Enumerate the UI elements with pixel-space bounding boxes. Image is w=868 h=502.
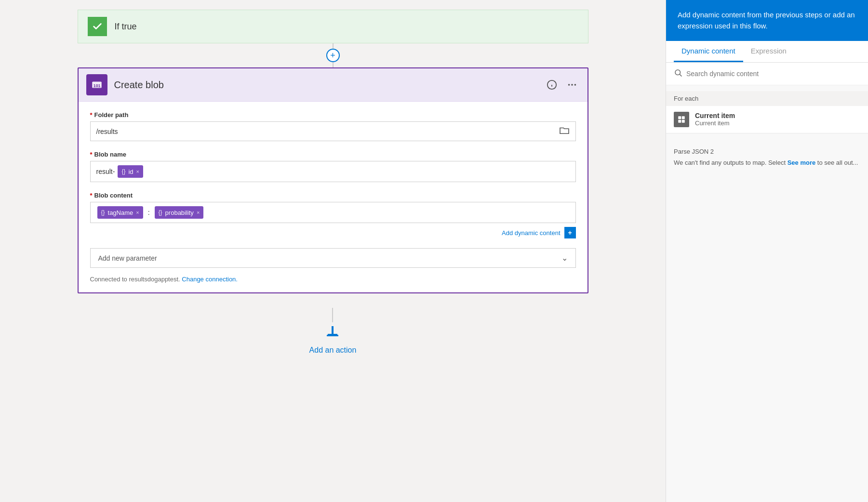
current-item-row[interactable]: Current item Current item <box>666 106 868 133</box>
current-item-subtitle: Current item <box>695 119 735 127</box>
token-close-button[interactable]: × <box>136 169 139 174</box>
parse-json-section: Parse JSON 2 We can't find any outputs t… <box>666 140 868 175</box>
card-body: * Folder path /results * Blob name <box>79 102 588 292</box>
tagname-token-icon: {} <box>101 209 105 216</box>
change-connection-link[interactable]: Change connection. <box>182 276 238 283</box>
svg-point-7 <box>574 84 576 86</box>
add-action-label: Add an action <box>309 346 357 355</box>
blob-content-input[interactable]: {} tagName × : {} probability × <box>90 202 576 223</box>
plus-connector: + <box>323 43 343 67</box>
for-each-title: For each <box>666 91 868 106</box>
right-panel: Add dynamic content from the previous st… <box>666 0 868 502</box>
more-options-button[interactable] <box>564 77 580 92</box>
create-blob-card: 101 Create blob <box>78 67 588 293</box>
blob-content-required: * <box>90 192 93 199</box>
panel-header: Add dynamic content from the previous st… <box>666 0 868 41</box>
blob-name-row: result- {} id × <box>96 165 144 178</box>
svg-text:101: 101 <box>93 83 100 88</box>
folder-path-value: /results <box>96 128 118 135</box>
connection-info: Connected to resultsdogapptest. Change c… <box>90 276 576 283</box>
folder-path-input[interactable]: /results <box>90 121 576 141</box>
probability-token-icon: {} <box>159 209 162 216</box>
panel-tabs: Dynamic content Expression <box>666 41 868 63</box>
chevron-down-icon: ⌄ <box>561 253 568 263</box>
add-action-line <box>332 308 333 322</box>
separator: : <box>148 209 150 216</box>
add-step-button[interactable]: + <box>326 49 340 62</box>
if-true-label: If true <box>115 22 137 32</box>
svg-rect-15 <box>678 120 681 123</box>
blob-content-row: {} tagName × : {} probability × <box>96 206 205 219</box>
search-icon <box>674 68 682 79</box>
connection-text: Connected to resultsdogapptest. <box>90 276 180 283</box>
folder-icon <box>559 126 570 137</box>
blob-name-group: * Blob name result- {} id × <box>90 151 576 182</box>
see-more-link[interactable]: See more <box>788 159 816 166</box>
if-true-check-icon <box>88 17 107 36</box>
panel-header-text: Add dynamic content from the previous st… <box>678 11 855 30</box>
card-title: Create blob <box>114 79 544 91</box>
add-dynamic-btn[interactable]: + <box>564 227 576 238</box>
svg-point-6 <box>571 84 573 86</box>
after-see-more-text: to see all out... <box>817 159 858 166</box>
parse-json-title: Parse JSON 2 <box>674 148 860 155</box>
add-action-button[interactable]: Add an action <box>309 322 357 355</box>
current-item-content: Current item Current item <box>695 112 735 127</box>
svg-rect-13 <box>678 116 681 119</box>
svg-rect-10 <box>328 334 337 335</box>
card-header-actions <box>544 77 580 92</box>
add-action-icon <box>324 322 341 343</box>
blob-name-label: * Blob name <box>90 151 576 158</box>
if-true-header: If true <box>78 10 588 43</box>
folder-path-label: * Folder path <box>90 111 576 119</box>
current-item-icon <box>674 112 689 127</box>
no-outputs-text: We can't find any outputs to map. Select <box>674 159 786 166</box>
blob-content-token-tagname: {} tagName × <box>97 206 143 219</box>
token-icon: {} <box>121 168 125 175</box>
blob-name-input[interactable]: result- {} id × <box>90 161 576 182</box>
svg-line-12 <box>680 74 681 76</box>
svg-rect-16 <box>682 120 685 123</box>
tab-expression[interactable]: Expression <box>743 41 794 62</box>
for-each-section: For each Current item Current item <box>666 85 868 140</box>
parse-json-text: We can't find any outputs to map. Select… <box>674 158 860 168</box>
add-action-area: Add an action <box>309 308 357 355</box>
blob-name-prefix: result- <box>96 168 115 175</box>
blob-content-label: * Blob content <box>90 192 576 199</box>
blob-name-token: {} id × <box>118 165 143 178</box>
blob-content-token-probability: {} probability × <box>155 206 204 219</box>
search-dynamic-input[interactable] <box>686 70 860 78</box>
add-dynamic-row: Add dynamic content + <box>90 227 576 238</box>
tagname-token-close[interactable]: × <box>136 210 139 215</box>
add-dynamic-content-link[interactable]: Add dynamic content <box>502 229 560 237</box>
info-button[interactable] <box>544 77 560 92</box>
svg-point-5 <box>568 84 570 86</box>
flow-area: If true + 101 Create blob <box>0 0 666 502</box>
blob-content-group: * Blob content {} tagName × : {} probabi <box>90 192 576 238</box>
tab-dynamic-content[interactable]: Dynamic content <box>674 41 743 62</box>
blob-icon-wrap: 101 <box>86 74 107 95</box>
probability-token-label: probability <box>165 209 194 216</box>
folder-path-group: * Folder path /results <box>90 111 576 141</box>
folder-path-required: * <box>90 111 93 119</box>
panel-search <box>666 63 868 85</box>
probability-token-close[interactable]: × <box>197 210 200 215</box>
svg-point-11 <box>675 70 681 75</box>
svg-rect-14 <box>682 116 685 119</box>
current-item-title: Current item <box>695 112 735 119</box>
tagname-token-label: tagName <box>108 209 134 216</box>
card-header: 101 Create blob <box>79 68 588 102</box>
token-label: id <box>128 168 133 175</box>
blob-name-required: * <box>90 151 93 158</box>
add-param-label: Add new parameter <box>98 254 157 262</box>
add-new-parameter-row[interactable]: Add new parameter ⌄ <box>90 248 576 268</box>
